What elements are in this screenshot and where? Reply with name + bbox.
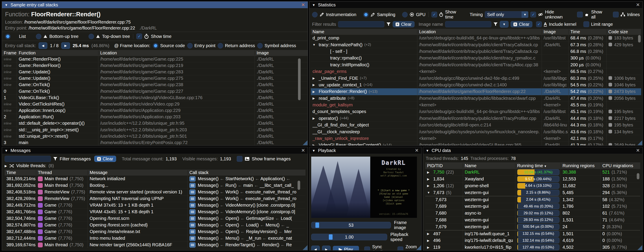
column-header[interactable]: Frame [2, 50, 17, 56]
table-row[interactable]: 382,428,269nsRemoteView(7,775)Attempting… [5, 196, 306, 202]
table-row[interactable]: d_print_comp/usr/src/debug/gcc-build/x86… [311, 35, 641, 42]
close-icon[interactable]: ✕ [636, 2, 640, 8]
resize-grip[interactable] [302, 140, 308, 145]
zoom-2x-checkbox[interactable] [398, 246, 403, 250]
frame-location-option[interactable]: Return address [218, 43, 255, 48]
column-header[interactable]: Running regions [560, 163, 600, 168]
column-header[interactable]: Function [17, 50, 98, 56]
column-header[interactable]: Message [88, 170, 188, 175]
visible-threads-row[interactable]: ▶ Visible threads: (8) [2, 163, 308, 170]
table-row[interactable]: 382,504,746nsGame(7,776)Opening /forest.… [5, 215, 306, 222]
table-row[interactable]: 1VideoGLBase::Tick()/home/wolf/darkrl/sr… [2, 94, 308, 101]
show-time-checkbox[interactable] [136, 34, 142, 39]
call-stack-cell[interactable]: Message() ← Open() ← GetImageSize ← Load… [188, 215, 306, 222]
collapse-icon[interactable]: ▼ [427, 191, 432, 194]
collapse-icon[interactable]: ▼ [5, 3, 8, 7]
table-row[interactable]: __GI_dl_find_dso_for_object/usr/src/debu… [311, 122, 641, 128]
table-row[interactable]: inlinestd::unique_ptr<>::reset()/usr/inc… [2, 133, 308, 140]
top-down-tree-radio[interactable] [88, 34, 94, 39]
radio-icon[interactable] [153, 43, 158, 48]
expand-icon[interactable]: ▶ [427, 184, 432, 188]
call-stack-icon[interactable] [190, 190, 196, 195]
table-row[interactable]: 382,574,807nsGame(7,776)Opening /forest.… [5, 222, 306, 228]
table-row[interactable]: 381,559,214nsMain thread(7,750)Network i… [5, 176, 306, 182]
dropdown-arrow-icon[interactable]: ▼ [522, 12, 528, 18]
table-row[interactable]: 389,169,674nsMain thread(7,750)New rende… [5, 242, 306, 248]
column-header[interactable]: Location [98, 50, 254, 56]
clear-image-filter-button[interactable]: xClear [510, 21, 532, 27]
table-row[interactable]: 382,647,488nsGame(7,776)Opening /meta/re… [5, 228, 306, 235]
collapse-icon[interactable]: ▼ [426, 149, 429, 152]
table-row[interactable]: 7,673wezterm-gui2.04 s (8.41%)1,34258(4.… [425, 196, 640, 203]
frame-image-slider[interactable]: 53 [311, 222, 391, 228]
column-header[interactable]: Name [311, 29, 417, 34]
expand-icon[interactable]: ▶ [312, 144, 317, 146]
messages-titlebar[interactable]: ▼ Messages ✕ [2, 147, 308, 154]
radio-icon[interactable] [218, 43, 223, 48]
call-stacks-titlebar[interactable]: ▼ Sample entry call stacks ✕ [2, 2, 308, 8]
frame-location-option[interactable]: Entry point [187, 43, 216, 48]
resize-grip[interactable] [302, 245, 308, 250]
collapse-icon[interactable]: ▼ [312, 3, 316, 7]
table-row[interactable]: 7,679wezterm-gui500.94 µs (0.00%)242(8.3… [425, 223, 640, 230]
call-stack-cell[interactable]: Message() ← Menu() ← _M_run ← execute_na… [188, 235, 306, 242]
call-stack-icon[interactable] [190, 216, 196, 221]
frame-location-option[interactable]: Source code [153, 43, 185, 48]
table-row-selected[interactable]: ▶FloorRenderer::Render()(+13)/home/wolf/… [311, 88, 641, 95]
funnel-icon[interactable] [386, 22, 391, 26]
close-icon[interactable]: ✕ [415, 148, 419, 153]
filter-results-input[interactable] [338, 21, 384, 27]
show-frame-images-checkbox[interactable] [237, 156, 242, 162]
hide-unknown-checkbox[interactable] [530, 12, 536, 18]
clear-messages-button[interactable]: xClear [94, 156, 116, 162]
call-stack-icon[interactable] [190, 183, 196, 188]
close-icon[interactable]: ✕ [301, 2, 305, 8]
column-header[interactable]: Code size [606, 29, 641, 34]
resize-grip[interactable] [638, 140, 642, 145]
table-row[interactable]: module_get_kallsym<kernel><kernel>45.5 m… [311, 102, 641, 108]
column-header[interactable]: CPU migrations [600, 163, 640, 168]
collapse-icon[interactable]: ▼ [312, 43, 317, 46]
call-stack-cell[interactable]: Message() ← StartNetwork() ← Application… [188, 176, 306, 182]
table-row[interactable]: 382,481,766nsGame(7,776)VRAM 43x45: 15 +… [5, 208, 306, 215]
table-row[interactable]: inlineGame::Update()/home/wolf/darkrl/sr… [2, 75, 308, 82]
collapse-icon[interactable]: ▼ [312, 149, 316, 152]
table-row[interactable]: ▶uw_update_context_1(+14)/usr/src/debug/… [311, 82, 641, 88]
call-stack-icon[interactable] [190, 176, 196, 182]
column-header[interactable]: Running time ▼ [515, 163, 560, 168]
table-row[interactable]: 2Application::Run()/home/wolf/darkrl/src… [2, 114, 308, 120]
call-stack-cell[interactable]: Message() ← Run() ← main ← __libc_start_… [188, 182, 306, 188]
table-row[interactable]: 7,689wezterm-gui49.46 ms (0.20%)1,786102… [425, 203, 640, 210]
table-row[interactable]: 3main/home/wolf/darkrl/src/EntryPointPos… [2, 140, 308, 146]
column-header[interactable]: Call stack [188, 170, 306, 175]
table-row[interactable]: d_count_templates_scopes/usr/src/debug/g… [311, 108, 641, 115]
table-row[interactable]: tracy::InitRpmalloc()/home/wolf/darkrl/c… [311, 62, 641, 68]
table-row[interactable]: ▶1,834Xwayland9.57 s (39.44%)12,553188(1… [425, 176, 640, 182]
table-row[interactable]: inlinestd::__uniq_ptr_impl<>::reset()/us… [2, 127, 308, 133]
expand-icon[interactable]: ▶ [427, 239, 432, 242]
table-row[interactable]: inlineApplication::InnerLoop()/home/wolf… [2, 108, 308, 114]
next-frame-button[interactable]: ▶ [322, 246, 330, 250]
table-row[interactable]: inlinestd::default_delete<>::operator()(… [2, 120, 308, 127]
show-time-checkbox[interactable] [432, 12, 437, 18]
column-header[interactable]: Time [568, 29, 606, 34]
expand-icon[interactable]: ▶ [312, 90, 317, 94]
table-row[interactable]: inlineGame::OnTick()/home/wolf/darkrl/sr… [2, 82, 308, 88]
table-row[interactable]: 382,712,444nsGame(7,776)Intro menu loade… [5, 235, 306, 242]
column-header[interactable]: PID/TID [425, 163, 463, 168]
table-row[interactable]: inlineVideo::GetTicksHiRes()/home/wolf/d… [2, 101, 308, 107]
table-row[interactable]: ▶VideoGLBase::RenderContent()(+14)/home/… [311, 142, 641, 146]
radio-icon[interactable] [257, 43, 263, 48]
call-stack-icon[interactable] [190, 242, 196, 248]
table-row[interactable]: 381,692,052nsMain thread(7,750)Booting..… [5, 182, 306, 189]
prev-frame-button[interactable]: ◀ [311, 246, 320, 250]
gpu-radio[interactable] [402, 12, 408, 18]
scrollbar-thumb[interactable] [637, 173, 639, 179]
prev-call-stack-button[interactable]: ◀ [38, 42, 47, 49]
call-stack-icon[interactable] [190, 196, 196, 201]
list-radio[interactable] [5, 34, 10, 39]
cpu-data-titlebar[interactable]: ▼ CPU data ✕ [423, 147, 642, 154]
expand-icon[interactable]: ▶ [427, 232, 432, 236]
table-row[interactable]: ▶1,206(12)gnome-shell4.64 s (19.10%)11,6… [425, 182, 640, 190]
call-stack-cell[interactable]: Message() ← Work() ← execute_native_thre… [188, 196, 306, 202]
